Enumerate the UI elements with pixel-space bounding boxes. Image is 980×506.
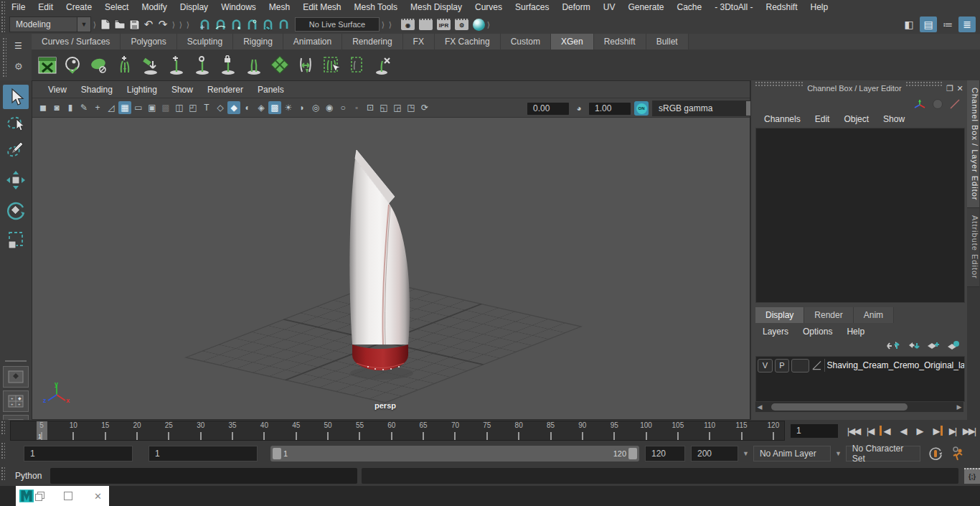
- shelf-tab-polygons[interactable]: Polygons: [121, 34, 176, 50]
- add-guides-icon[interactable]: [113, 54, 136, 77]
- snapshot-icon[interactable]: ◳: [405, 101, 418, 114]
- menu-item[interactable]: - 3DtoAll -: [708, 0, 759, 15]
- image-plate-icon[interactable]: ▪: [350, 101, 363, 114]
- layer-editor-menu-item[interactable]: Layers: [755, 327, 796, 337]
- statusline-separator[interactable]: ⟩: [170, 17, 177, 32]
- camera-attributes-icon[interactable]: ◙: [50, 101, 63, 114]
- menu-item[interactable]: Windows: [215, 0, 263, 15]
- scroll-right-icon[interactable]: ▶: [955, 403, 963, 411]
- channel-box-empty-area[interactable]: [755, 128, 965, 303]
- viewport-canvas[interactable]: persp y x z: [32, 118, 750, 420]
- move-tool-button[interactable]: [3, 168, 29, 192]
- menu-item[interactable]: Help: [804, 0, 835, 15]
- render-settings-button[interactable]: ⚙: [455, 19, 468, 30]
- go-to-start-button[interactable]: |◀◀: [845, 423, 862, 439]
- viewport-menu-item[interactable]: Lighting: [120, 85, 164, 95]
- close-panel-icon[interactable]: ✕: [955, 84, 965, 93]
- refresh-icon[interactable]: ⟳: [418, 101, 431, 114]
- layout-four-pane-button[interactable]: +◆++: [3, 390, 29, 412]
- undo-button[interactable]: ↶: [141, 17, 156, 32]
- rangeslider-drag-handle[interactable]: [0, 441, 5, 459]
- animation-start-field[interactable]: 1: [24, 446, 133, 462]
- layer-row[interactable]: V P Shaving_Cream_Cremo_Original_laye: [756, 357, 964, 374]
- open-scene-button[interactable]: [113, 17, 127, 32]
- play-backwards-button[interactable]: ◀: [895, 423, 911, 439]
- export-patches-icon[interactable]: [346, 54, 369, 77]
- menu-item[interactable]: Redshift: [760, 0, 804, 15]
- make-live-icon[interactable]: [260, 17, 275, 32]
- channel-box-menu-item[interactable]: Edit: [808, 114, 837, 124]
- viewport-menu-item[interactable]: View: [41, 85, 74, 95]
- layer-tab-anim[interactable]: Anim: [854, 307, 894, 323]
- chevron-down-icon[interactable]: ▼: [835, 450, 842, 457]
- layer-tab-display[interactable]: Display: [755, 307, 804, 323]
- export-guides-icon[interactable]: [139, 54, 162, 77]
- restore-window-icon[interactable]: [35, 492, 44, 500]
- move-layer-up-icon[interactable]: [886, 340, 900, 352]
- field-chart-icon[interactable]: ◫: [173, 101, 186, 114]
- modeling-toolkit-toggle-button[interactable]: ◧: [900, 17, 918, 32]
- go-to-end-button[interactable]: ▶▶|: [961, 423, 977, 439]
- statusline-separator[interactable]: ⟩: [91, 17, 98, 32]
- safe-action-icon[interactable]: ◰: [187, 101, 199, 114]
- pan-zoom-icon[interactable]: +: [91, 101, 104, 114]
- playback-range-bar[interactable]: 1 120: [270, 446, 639, 462]
- statusline-separator[interactable]: ⟩: [380, 17, 387, 32]
- menu-set-dropdown[interactable]: Modeling ▼: [9, 17, 91, 32]
- attribute-editor-toggle-button[interactable]: ▤: [920, 17, 937, 32]
- shelf-tab-animation[interactable]: Animation: [283, 34, 342, 50]
- step-back-frame-button[interactable]: |◀: [862, 423, 878, 439]
- ipr-render-button[interactable]: IPR: [437, 19, 451, 30]
- shelf-tab-fx-caching[interactable]: FX Caching: [435, 34, 501, 50]
- move-layer-down-icon[interactable]: [906, 340, 920, 352]
- shelf-tab-redshift[interactable]: Redshift: [594, 34, 646, 50]
- textured-icon[interactable]: ▩: [268, 101, 281, 114]
- menu-item[interactable]: Display: [174, 0, 215, 15]
- default-manip-icon[interactable]: [913, 98, 926, 110]
- animation-end-field[interactable]: 200: [691, 446, 738, 462]
- step-forward-key-button[interactable]: ▶: [928, 423, 944, 439]
- tool-settings-toggle-button[interactable]: ≔: [939, 17, 956, 32]
- grease-pencil-icon[interactable]: ✎: [77, 101, 90, 114]
- xray-icon[interactable]: ◱: [377, 101, 390, 114]
- scale-tool-button[interactable]: [3, 228, 29, 253]
- shelf-tab-xgen[interactable]: XGen: [551, 34, 594, 50]
- motion-blur-icon[interactable]: ◉: [323, 101, 336, 114]
- shelf-tab-custom[interactable]: Custom: [501, 34, 551, 50]
- create-layer-from-selected-icon[interactable]: [946, 340, 961, 352]
- rotate-tool-button[interactable]: [3, 198, 29, 222]
- script-editor-button[interactable]: {;}: [964, 468, 980, 484]
- command-language-toggle[interactable]: Python: [5, 471, 50, 481]
- guide-display-icon[interactable]: [191, 54, 214, 77]
- animation-preferences-button[interactable]: [949, 446, 966, 462]
- playback-start-field[interactable]: 1: [149, 446, 258, 462]
- create-interactive-groom-icon[interactable]: [88, 54, 110, 77]
- view-transform-dropdown[interactable]: sRGB gamma ▼: [652, 100, 760, 116]
- scrollbar-thumb[interactable]: [771, 403, 908, 411]
- lasso-tool-button[interactable]: [3, 111, 29, 135]
- snap-to-grid-icon[interactable]: [197, 17, 212, 32]
- flat-shade-icon[interactable]: ◐: [241, 101, 254, 114]
- menu-item[interactable]: Select: [98, 0, 135, 15]
- snap-to-curve-icon[interactable]: [213, 17, 227, 32]
- safe-title-icon[interactable]: T: [200, 101, 213, 114]
- create-empty-layer-icon[interactable]: [926, 340, 941, 352]
- menu-item[interactable]: Edit Mesh: [296, 0, 347, 15]
- grid-toggle-icon[interactable]: ▦: [118, 101, 131, 114]
- select-camera-icon[interactable]: ◼: [37, 101, 50, 114]
- snap-to-projected-center-icon[interactable]: [245, 17, 259, 32]
- menubar-drag-handle[interactable]: [0, 0, 5, 15]
- chevron-down-icon[interactable]: ▼: [743, 450, 749, 457]
- layer-tab-render[interactable]: Render: [804, 307, 853, 323]
- render-current-frame-button[interactable]: [419, 19, 433, 30]
- shelf-tab-fx[interactable]: FX: [403, 34, 435, 50]
- guide-width-tool-icon[interactable]: [294, 54, 317, 77]
- menu-item[interactable]: Cache: [670, 0, 708, 15]
- channel-box-menu-item[interactable]: Object: [837, 114, 876, 124]
- statusline-drag-handle[interactable]: [0, 15, 5, 34]
- step-forward-frame-button[interactable]: ▶|: [944, 423, 961, 439]
- layer-playback-toggle[interactable]: P: [775, 359, 790, 373]
- layer-editor-menu-item[interactable]: Options: [796, 327, 839, 337]
- xray-joints-icon[interactable]: ◲: [391, 101, 404, 114]
- xgen-editor-icon[interactable]: [36, 54, 59, 77]
